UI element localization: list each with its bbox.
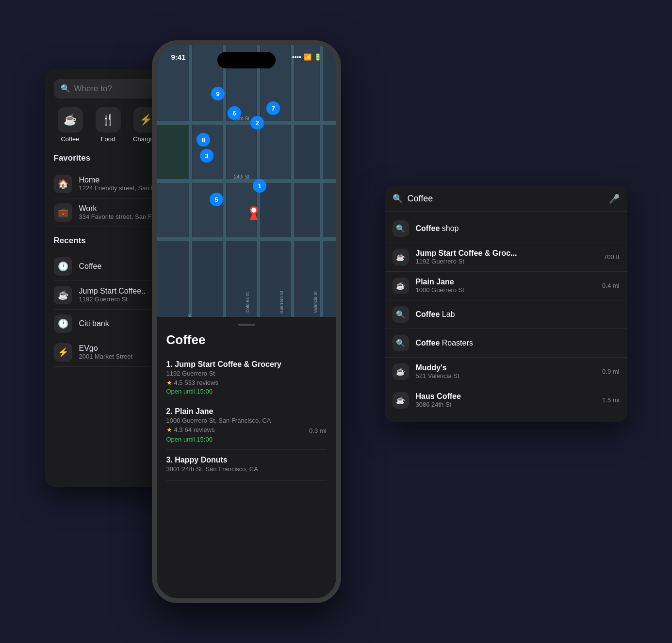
right-search-panel: 🔍 🎤 🔍 Coffee shop ☕ Jump Start Coffee & … (385, 186, 627, 422)
rating-value-2: 4.3 (174, 426, 183, 433)
sugg-dist-4: 1.5 mi (602, 396, 619, 404)
citibank-name: Citi bank (79, 319, 109, 328)
place-3-address: 3801 24th St, San Francisco, CA (166, 465, 327, 473)
place-1-rating: ★ 4.5 533 reviews (166, 379, 327, 386)
svg-rect-18 (157, 183, 188, 237)
svg-text:3: 3 (205, 152, 208, 160)
right-search-icon: 🔍 (393, 194, 403, 204)
evgo-icon: ⚡ (54, 343, 72, 362)
category-food-label: Food (101, 135, 115, 143)
place-2-status: Open until 15:00 (166, 436, 213, 443)
home-icon: 🏠 (54, 175, 72, 193)
map-svg: 23rd St 24th St Fair Oaks St Dolores St … (157, 45, 336, 336)
jumpstart-address: 1192 Guerrero St (79, 296, 146, 303)
sugg-text-4: Coffee Lab (416, 310, 620, 319)
sugg-text-6: Muddy's 521 Valencia St (416, 363, 596, 379)
category-food[interactable]: 🍴 Food (92, 107, 125, 143)
svg-text:9: 9 (216, 90, 219, 98)
food-icon-wrap: 🍴 (96, 107, 121, 132)
place-1-name: 1. Jump Start Coffee & Grocery (166, 360, 327, 369)
svg-rect-21 (157, 125, 188, 179)
sugg-search-icon-2: 🔍 (393, 306, 409, 323)
status-time: 9:41 (171, 53, 186, 61)
svg-text:7: 7 (271, 105, 275, 112)
jumpstart-name: Jump Start Coffee.. (79, 287, 146, 296)
evgo-address: 2001 Market Street (79, 353, 133, 360)
dynamic-island (217, 52, 276, 68)
place-3-name: 3. Happy Donuts (166, 456, 327, 464)
svg-text:24th St: 24th St (234, 174, 249, 180)
work-address: 334 Favorite street, San Fra (79, 213, 158, 220)
suggestion-haus-coffee[interactable]: ☕ Haus Coffee 3086 24th St 1.5 mi (385, 386, 627, 414)
jumpstart-icon: ☕ (54, 286, 72, 304)
suggestion-jumpstart[interactable]: ☕ Jump Start Coffee & Groc... 1192 Guerr… (385, 243, 627, 272)
sugg-dist-2: 0.4 mi (602, 282, 619, 289)
sugg-coffee-icon-2: ☕ (393, 278, 409, 294)
review-count: 533 reviews (185, 379, 218, 386)
wifi-icon: 📶 (304, 53, 311, 61)
sugg-coffee-icon-4: ☕ (393, 392, 409, 409)
citibank-clock-icon: 🕐 (54, 314, 72, 333)
mic-icon[interactable]: 🎤 (609, 194, 620, 204)
sugg-text-5: Coffee Roasters (416, 339, 620, 347)
sheet-handle (238, 324, 255, 326)
sheet-title: Coffee (166, 332, 327, 347)
svg-text:Guerrero St: Guerrero St (279, 290, 284, 313)
category-coffee[interactable]: ☕ Coffee (54, 107, 87, 143)
svg-text:Valencia St: Valencia St (313, 291, 318, 313)
category-coffee-label: Coffee (61, 135, 79, 143)
work-icon: 💼 (54, 203, 72, 222)
svg-rect-19 (193, 183, 222, 237)
svg-text:2: 2 (255, 119, 259, 127)
sugg-coffee-icon-3: ☕ (393, 363, 409, 380)
map-area[interactable]: 23rd St 24th St Fair Oaks St Dolores St … (157, 45, 336, 336)
sugg-search-icon-3: 🔍 (393, 335, 409, 351)
signal-icon: ▪▪▪▪ (292, 53, 301, 61)
suggestion-coffee-shop[interactable]: 🔍 Coffee shop (385, 214, 627, 243)
svg-text:6: 6 (232, 110, 236, 117)
coffee-icon-wrap: ☕ (58, 107, 83, 132)
star-icon: ★ (166, 379, 172, 386)
suggestion-muddys[interactable]: ☕ Muddy's 521 Valencia St 0.9 mi (385, 358, 627, 386)
svg-text:5: 5 (214, 196, 218, 203)
place-2-address: 1000 Guerrero St, San Francisco, CA (166, 417, 327, 424)
work-name: Work (79, 204, 158, 213)
evgo-name: EVgo (79, 344, 133, 353)
place-2-rating: ★ 4.3 64 reviews (166, 426, 327, 433)
recent-clock-icon: 🕐 (54, 257, 72, 276)
place-1-status: Open until 15:00 (166, 388, 327, 395)
right-search-input[interactable] (408, 194, 604, 204)
svg-rect-17 (261, 125, 290, 179)
home-address: 1224 Friendly street, San Fr (79, 184, 157, 192)
rating-value: 4.5 (174, 379, 183, 386)
sugg-text-1: Coffee shop (416, 224, 620, 233)
place-item-1[interactable]: 1. Jump Start Coffee & Grocery 1192 Guer… (166, 354, 327, 401)
place-1-address: 1192 Guerrero St (166, 370, 327, 377)
right-search-bar[interactable]: 🔍 🎤 (385, 194, 627, 212)
suggestion-plain-jane[interactable]: ☕ Plain Jane 1000 Guerrero St 0.4 mi (385, 272, 627, 300)
svg-point-47 (251, 208, 256, 213)
svg-text:1: 1 (258, 182, 261, 190)
place-2-distance: 0.3 mi (309, 427, 326, 434)
phone-frame: 9:41 ▪▪▪▪ 📶 🔋 (152, 40, 341, 603)
suggestion-coffee-lab[interactable]: 🔍 Coffee Lab (385, 300, 627, 329)
sugg-text-3: Plain Jane 1000 Guerrero St (416, 278, 596, 294)
sugg-coffee-icon-1: ☕ (393, 249, 409, 265)
sugg-search-icon-1: 🔍 (393, 220, 409, 237)
status-icons: ▪▪▪▪ 📶 🔋 (292, 53, 321, 61)
phone: 9:41 ▪▪▪▪ 📶 🔋 (152, 40, 341, 603)
review-count-2: 64 reviews (185, 426, 215, 433)
svg-text:8: 8 (201, 136, 205, 144)
place-item-3[interactable]: 3. Happy Donuts 3801 24th St, San Franci… (166, 450, 327, 481)
sugg-text-2: Jump Start Coffee & Groc... 1192 Guerrer… (416, 249, 597, 265)
place-2-name: 2. Plain Jane (166, 407, 327, 416)
svg-rect-16 (227, 125, 256, 179)
star-icon-2: ★ (166, 426, 172, 433)
suggestion-coffee-roasters[interactable]: 🔍 Coffee Roasters (385, 329, 627, 358)
sugg-dist-3: 0.9 mi (602, 368, 619, 375)
home-name: Home (79, 176, 157, 184)
sugg-dist-1: 700 ft (604, 253, 620, 261)
place-item-2[interactable]: 2. Plain Jane 1000 Guerrero St, San Fran… (166, 401, 327, 450)
battery-icon: 🔋 (314, 53, 322, 61)
svg-text:Dolores St: Dolores St (245, 292, 250, 313)
